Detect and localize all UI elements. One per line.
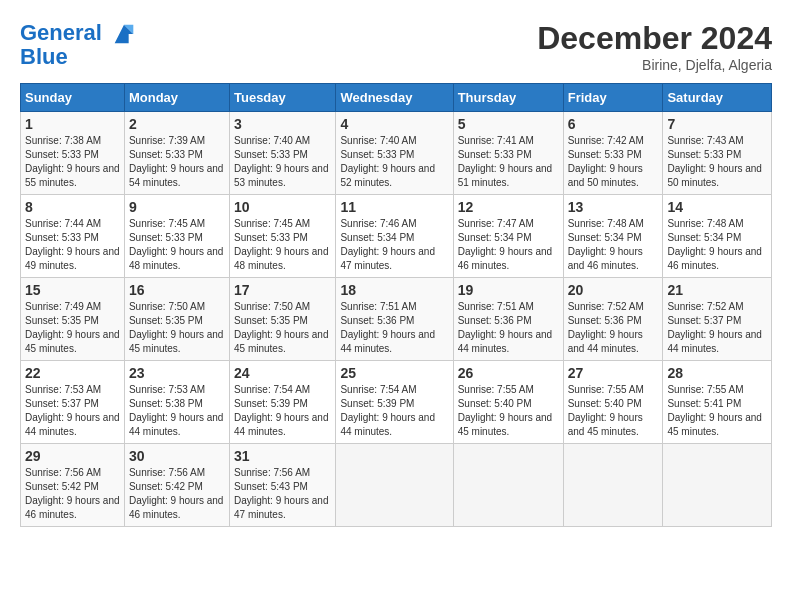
day-number: 28 xyxy=(667,365,767,381)
day-info: Sunrise: 7:41 AM Sunset: 5:33 PM Dayligh… xyxy=(458,134,559,190)
day-number: 24 xyxy=(234,365,331,381)
day-number: 27 xyxy=(568,365,659,381)
day-info: Sunrise: 7:56 AM Sunset: 5:42 PM Dayligh… xyxy=(25,466,120,522)
day-number: 17 xyxy=(234,282,331,298)
location-subtitle: Birine, Djelfa, Algeria xyxy=(537,57,772,73)
calendar-cell: 14 Sunrise: 7:48 AM Sunset: 5:34 PM Dayl… xyxy=(663,195,772,278)
calendar-cell: 6 Sunrise: 7:42 AM Sunset: 5:33 PM Dayli… xyxy=(563,112,663,195)
calendar-cell: 22 Sunrise: 7:53 AM Sunset: 5:37 PM Dayl… xyxy=(21,361,125,444)
day-number: 13 xyxy=(568,199,659,215)
day-info: Sunrise: 7:46 AM Sunset: 5:34 PM Dayligh… xyxy=(340,217,448,273)
calendar-cell: 30 Sunrise: 7:56 AM Sunset: 5:42 PM Dayl… xyxy=(124,444,229,527)
day-info: Sunrise: 7:53 AM Sunset: 5:37 PM Dayligh… xyxy=(25,383,120,439)
day-info: Sunrise: 7:55 AM Sunset: 5:41 PM Dayligh… xyxy=(667,383,767,439)
calendar-week-row: 22 Sunrise: 7:53 AM Sunset: 5:37 PM Dayl… xyxy=(21,361,772,444)
day-info: Sunrise: 7:45 AM Sunset: 5:33 PM Dayligh… xyxy=(129,217,225,273)
calendar-cell: 31 Sunrise: 7:56 AM Sunset: 5:43 PM Dayl… xyxy=(229,444,335,527)
day-info: Sunrise: 7:40 AM Sunset: 5:33 PM Dayligh… xyxy=(340,134,448,190)
day-number: 16 xyxy=(129,282,225,298)
calendar-cell: 18 Sunrise: 7:51 AM Sunset: 5:36 PM Dayl… xyxy=(336,278,453,361)
calendar-week-row: 8 Sunrise: 7:44 AM Sunset: 5:33 PM Dayli… xyxy=(21,195,772,278)
day-info: Sunrise: 7:48 AM Sunset: 5:34 PM Dayligh… xyxy=(568,217,659,273)
calendar-cell: 4 Sunrise: 7:40 AM Sunset: 5:33 PM Dayli… xyxy=(336,112,453,195)
calendar-cell: 2 Sunrise: 7:39 AM Sunset: 5:33 PM Dayli… xyxy=(124,112,229,195)
day-number: 22 xyxy=(25,365,120,381)
calendar-week-row: 29 Sunrise: 7:56 AM Sunset: 5:42 PM Dayl… xyxy=(21,444,772,527)
calendar-cell: 21 Sunrise: 7:52 AM Sunset: 5:37 PM Dayl… xyxy=(663,278,772,361)
day-info: Sunrise: 7:51 AM Sunset: 5:36 PM Dayligh… xyxy=(458,300,559,356)
day-number: 4 xyxy=(340,116,448,132)
calendar-cell: 5 Sunrise: 7:41 AM Sunset: 5:33 PM Dayli… xyxy=(453,112,563,195)
day-number: 26 xyxy=(458,365,559,381)
day-info: Sunrise: 7:52 AM Sunset: 5:37 PM Dayligh… xyxy=(667,300,767,356)
calendar-cell xyxy=(663,444,772,527)
day-info: Sunrise: 7:40 AM Sunset: 5:33 PM Dayligh… xyxy=(234,134,331,190)
column-header-thursday: Thursday xyxy=(453,84,563,112)
calendar-cell: 12 Sunrise: 7:47 AM Sunset: 5:34 PM Dayl… xyxy=(453,195,563,278)
day-info: Sunrise: 7:56 AM Sunset: 5:43 PM Dayligh… xyxy=(234,466,331,522)
calendar-cell: 26 Sunrise: 7:55 AM Sunset: 5:40 PM Dayl… xyxy=(453,361,563,444)
day-number: 15 xyxy=(25,282,120,298)
day-number: 25 xyxy=(340,365,448,381)
calendar-cell xyxy=(453,444,563,527)
calendar-cell: 8 Sunrise: 7:44 AM Sunset: 5:33 PM Dayli… xyxy=(21,195,125,278)
month-title: December 2024 xyxy=(537,20,772,57)
calendar-cell: 28 Sunrise: 7:55 AM Sunset: 5:41 PM Dayl… xyxy=(663,361,772,444)
calendar-cell: 19 Sunrise: 7:51 AM Sunset: 5:36 PM Dayl… xyxy=(453,278,563,361)
calendar-cell: 25 Sunrise: 7:54 AM Sunset: 5:39 PM Dayl… xyxy=(336,361,453,444)
day-number: 5 xyxy=(458,116,559,132)
day-info: Sunrise: 7:52 AM Sunset: 5:36 PM Dayligh… xyxy=(568,300,659,356)
column-header-wednesday: Wednesday xyxy=(336,84,453,112)
day-number: 6 xyxy=(568,116,659,132)
day-info: Sunrise: 7:53 AM Sunset: 5:38 PM Dayligh… xyxy=(129,383,225,439)
calendar-cell: 11 Sunrise: 7:46 AM Sunset: 5:34 PM Dayl… xyxy=(336,195,453,278)
calendar-cell xyxy=(563,444,663,527)
day-info: Sunrise: 7:50 AM Sunset: 5:35 PM Dayligh… xyxy=(129,300,225,356)
day-number: 1 xyxy=(25,116,120,132)
day-number: 21 xyxy=(667,282,767,298)
calendar-cell: 16 Sunrise: 7:50 AM Sunset: 5:35 PM Dayl… xyxy=(124,278,229,361)
day-info: Sunrise: 7:47 AM Sunset: 5:34 PM Dayligh… xyxy=(458,217,559,273)
calendar-week-row: 15 Sunrise: 7:49 AM Sunset: 5:35 PM Dayl… xyxy=(21,278,772,361)
day-info: Sunrise: 7:51 AM Sunset: 5:36 PM Dayligh… xyxy=(340,300,448,356)
day-number: 10 xyxy=(234,199,331,215)
calendar-week-row: 1 Sunrise: 7:38 AM Sunset: 5:33 PM Dayli… xyxy=(21,112,772,195)
calendar-cell: 15 Sunrise: 7:49 AM Sunset: 5:35 PM Dayl… xyxy=(21,278,125,361)
day-number: 18 xyxy=(340,282,448,298)
calendar-cell: 24 Sunrise: 7:54 AM Sunset: 5:39 PM Dayl… xyxy=(229,361,335,444)
calendar-cell xyxy=(336,444,453,527)
day-info: Sunrise: 7:48 AM Sunset: 5:34 PM Dayligh… xyxy=(667,217,767,273)
day-info: Sunrise: 7:39 AM Sunset: 5:33 PM Dayligh… xyxy=(129,134,225,190)
page-header: General Blue December 2024 Birine, Djelf… xyxy=(20,20,772,73)
day-info: Sunrise: 7:54 AM Sunset: 5:39 PM Dayligh… xyxy=(340,383,448,439)
day-number: 31 xyxy=(234,448,331,464)
day-info: Sunrise: 7:50 AM Sunset: 5:35 PM Dayligh… xyxy=(234,300,331,356)
day-number: 29 xyxy=(25,448,120,464)
column-header-saturday: Saturday xyxy=(663,84,772,112)
day-info: Sunrise: 7:55 AM Sunset: 5:40 PM Dayligh… xyxy=(458,383,559,439)
title-block: December 2024 Birine, Djelfa, Algeria xyxy=(537,20,772,73)
day-info: Sunrise: 7:49 AM Sunset: 5:35 PM Dayligh… xyxy=(25,300,120,356)
column-header-monday: Monday xyxy=(124,84,229,112)
calendar-cell: 7 Sunrise: 7:43 AM Sunset: 5:33 PM Dayli… xyxy=(663,112,772,195)
day-info: Sunrise: 7:45 AM Sunset: 5:33 PM Dayligh… xyxy=(234,217,331,273)
day-number: 12 xyxy=(458,199,559,215)
day-number: 20 xyxy=(568,282,659,298)
day-info: Sunrise: 7:55 AM Sunset: 5:40 PM Dayligh… xyxy=(568,383,659,439)
day-number: 8 xyxy=(25,199,120,215)
day-number: 23 xyxy=(129,365,225,381)
day-info: Sunrise: 7:54 AM Sunset: 5:39 PM Dayligh… xyxy=(234,383,331,439)
day-number: 3 xyxy=(234,116,331,132)
day-number: 19 xyxy=(458,282,559,298)
column-header-sunday: Sunday xyxy=(21,84,125,112)
day-info: Sunrise: 7:42 AM Sunset: 5:33 PM Dayligh… xyxy=(568,134,659,190)
day-info: Sunrise: 7:38 AM Sunset: 5:33 PM Dayligh… xyxy=(25,134,120,190)
calendar-cell: 29 Sunrise: 7:56 AM Sunset: 5:42 PM Dayl… xyxy=(21,444,125,527)
day-info: Sunrise: 7:56 AM Sunset: 5:42 PM Dayligh… xyxy=(129,466,225,522)
day-info: Sunrise: 7:44 AM Sunset: 5:33 PM Dayligh… xyxy=(25,217,120,273)
calendar-cell: 13 Sunrise: 7:48 AM Sunset: 5:34 PM Dayl… xyxy=(563,195,663,278)
calendar-cell: 23 Sunrise: 7:53 AM Sunset: 5:38 PM Dayl… xyxy=(124,361,229,444)
calendar-header-row: SundayMondayTuesdayWednesdayThursdayFrid… xyxy=(21,84,772,112)
day-number: 7 xyxy=(667,116,767,132)
calendar-cell: 9 Sunrise: 7:45 AM Sunset: 5:33 PM Dayli… xyxy=(124,195,229,278)
